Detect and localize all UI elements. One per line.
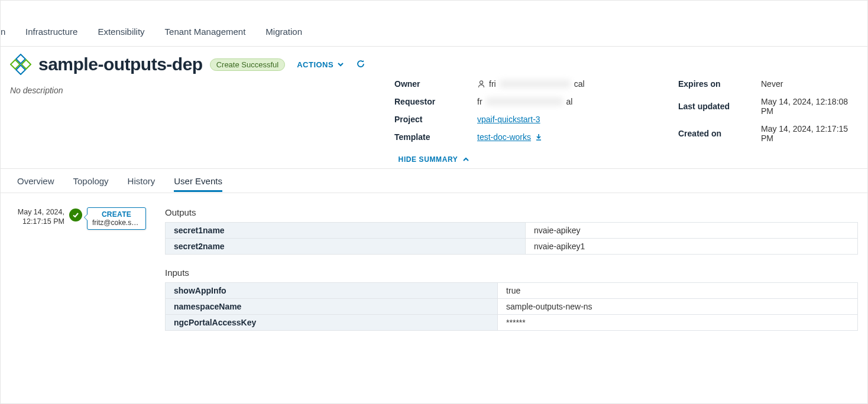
updated-label: Last updated: [678, 102, 761, 111]
input-key: namespaceName: [166, 299, 498, 315]
hide-summary-button[interactable]: HIDE SUMMARY: [399, 155, 470, 164]
output-key: secret1name: [166, 223, 526, 239]
page-title: sample-outputs-dep: [38, 54, 203, 74]
description: No description: [10, 75, 394, 95]
nav-cut-item[interactable]: n: [1, 27, 5, 37]
nav-item-infrastructure[interactable]: Infrastructure: [25, 27, 77, 37]
project-link[interactable]: vpaif-quickstart-3: [477, 115, 540, 124]
output-key: secret2name: [166, 239, 526, 255]
tab-user-events[interactable]: User Events: [174, 170, 222, 192]
event-timeline: May 14, 2024, 12:17:15 PM CREATE fritz@c…: [17, 207, 153, 344]
actions-button[interactable]: ACTIONS: [297, 60, 344, 69]
project-label: Project: [394, 115, 477, 124]
owner-value: fri cal: [477, 79, 585, 89]
requestor-value: fr al: [477, 97, 572, 106]
svg-point-4: [480, 81, 482, 84]
inputs-title: Inputs: [165, 268, 858, 278]
actions-label: ACTIONS: [297, 60, 333, 69]
input-value: true: [498, 283, 858, 299]
output-value: nvaie-apikey: [525, 223, 857, 239]
expires-label: Expires on: [678, 79, 761, 89]
top-nav: n Infrastructure Extensibility Tenant Ma…: [1, 17, 867, 47]
chevron-up-icon: [462, 156, 469, 163]
updated-value: May 14, 2024, 12:18:08 PM: [761, 97, 858, 116]
template-link[interactable]: test-doc-works: [477, 132, 531, 142]
chevron-down-icon: [337, 61, 344, 68]
table-row: showAppInfo true: [166, 283, 858, 299]
event-user: fritz@coke.sqa-…: [92, 219, 141, 227]
tab-topology[interactable]: Topology: [73, 170, 109, 192]
table-row: secret1name nvaie-apikey: [166, 223, 858, 239]
input-key: showAppInfo: [166, 283, 498, 299]
refresh-icon[interactable]: [356, 59, 365, 70]
created-value: May 14, 2024, 12:17:15 PM: [761, 124, 858, 143]
created-label: Created on: [678, 129, 761, 138]
tab-overview[interactable]: Overview: [17, 170, 54, 192]
status-badge: Create Successful: [210, 58, 286, 71]
header: sample-outputs-dep Create Successful ACT…: [1, 47, 867, 75]
user-icon: [477, 80, 485, 88]
requestor-redacted: [486, 97, 563, 106]
deployment-icon: [10, 54, 31, 75]
table-row: secret2name nvaie-apikey1: [166, 239, 858, 255]
input-value: sample-outputs-new-ns: [498, 299, 858, 315]
table-row: ngcPortalAccessKey ******: [166, 315, 858, 331]
input-value: ******: [498, 315, 858, 331]
success-icon: [69, 208, 82, 221]
owner-label: Owner: [394, 79, 477, 89]
outputs-table: secret1name nvaie-apikey secret2name nva…: [165, 222, 858, 255]
outputs-title: Outputs: [165, 207, 858, 217]
owner-redacted: [500, 80, 571, 88]
requestor-label: Requestor: [394, 97, 477, 106]
output-value: nvaie-apikey1: [525, 239, 857, 255]
event-action: CREATE: [92, 210, 141, 219]
nav-item-tenant-management[interactable]: Tenant Management: [165, 27, 246, 37]
nav-item-extensibility[interactable]: Extensibility: [98, 27, 144, 37]
content: May 14, 2024, 12:17:15 PM CREATE fritz@c…: [1, 193, 867, 344]
tab-history[interactable]: History: [128, 170, 156, 192]
template-label: Template: [394, 132, 477, 142]
expires-value: Never: [761, 79, 783, 89]
table-row: namespaceName sample-outputs-new-ns: [166, 299, 858, 315]
inputs-table: showAppInfo true namespaceName sample-ou…: [165, 282, 858, 331]
summary: No description Owner fri cal Requestor f…: [1, 75, 867, 147]
hide-summary-label: HIDE SUMMARY: [399, 155, 458, 164]
input-key: ngcPortalAccessKey: [166, 315, 498, 331]
event-card[interactable]: CREATE fritz@coke.sqa-…: [87, 207, 146, 230]
nav-item-migration[interactable]: Migration: [265, 27, 302, 37]
download-icon[interactable]: [535, 133, 543, 141]
tabs: Overview Topology History User Events: [1, 168, 867, 193]
event-timestamp: May 14, 2024, 12:17:15 PM: [17, 207, 64, 227]
